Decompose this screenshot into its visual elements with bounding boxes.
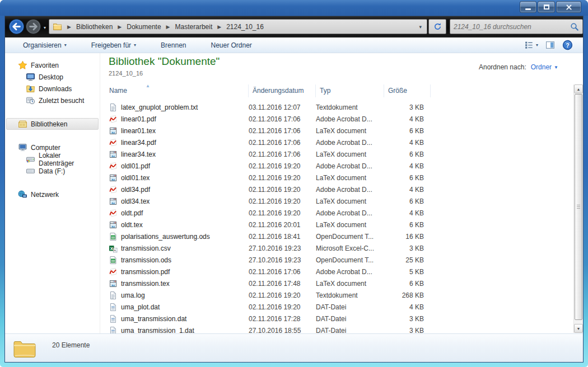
toolbar-item-organisieren[interactable]: Organisieren▾: [18, 39, 71, 51]
toolbar-item-freigeben-f-r[interactable]: Freigeben für▾: [87, 39, 141, 51]
svg-text:X: X: [110, 246, 114, 251]
scrollbar-grip: [577, 205, 580, 210]
column-header-type[interactable]: Typ: [316, 84, 384, 97]
arrange-by: Anordnen nach: Ordner ▼: [479, 63, 558, 71]
sidebar-spacer: [5, 177, 100, 189]
back-button[interactable]: [8, 18, 25, 35]
status-bar: 20 Elemente: [5, 333, 583, 362]
vertical-scrollbar[interactable]: ▲ ▼: [573, 84, 583, 333]
views-icon: [524, 40, 534, 50]
breadcrumb: ▶Bibliotheken▶Dokumente▶Masterarbeit▶212…: [62, 23, 264, 31]
search-input[interactable]: [454, 23, 570, 31]
ods-file-icon: [109, 256, 121, 265]
breadcrumb-item-bibliotheken[interactable]: Bibliotheken: [76, 23, 113, 31]
sidebar-item-bibliotheken[interactable]: Bibliotheken: [6, 118, 99, 130]
file-row[interactable]: linear34.pdf02.11.2016 17:06Adobe Acroba…: [109, 137, 573, 148]
scroll-up-button[interactable]: ▲: [574, 84, 583, 93]
change-view-button[interactable]: ▾: [524, 40, 538, 50]
forward-arrow-icon: [25, 18, 41, 35]
file-size: 25 KB: [384, 256, 431, 264]
arrange-by-dropdown[interactable]: Ordner ▼: [531, 63, 558, 71]
address-bar[interactable]: ▶Bibliotheken▶Dokumente▶Masterarbeit▶212…: [49, 19, 427, 34]
sidebar-item-favoriten[interactable]: Favoriten: [6, 59, 99, 71]
file-date: 02.11.2016 17:06: [249, 150, 316, 158]
toolbar-item-brennen[interactable]: Brennen: [156, 39, 190, 51]
file-size: 6 KB: [384, 280, 431, 288]
file-row[interactable]: uma_transmission_1.dat27.10.2016 18:55DA…: [109, 324, 573, 333]
help-button[interactable]: ?: [562, 40, 573, 50]
breadcrumb-item-dokumente[interactable]: Dokumente: [127, 23, 161, 31]
file-row[interactable]: uma_plot.dat02.11.2016 19:20DAT-Datei4 K…: [109, 301, 573, 313]
dat-file-icon: [109, 326, 121, 334]
file-row[interactable]: linear01.pdf02.11.2016 17:06Adobe Acroba…: [109, 113, 573, 125]
file-row[interactable]: oldl34.pdf02.11.2016 19:20Adobe Acrobat …: [109, 184, 573, 195]
recent-pages-dropdown[interactable]: ▾: [44, 25, 46, 30]
sidebar-item-downloads[interactable]: Downloads: [6, 83, 99, 95]
file-row[interactable]: oldt.tex02.11.2016 20:01LaTeX document6 …: [109, 219, 573, 230]
pdf-file-icon: [109, 115, 121, 124]
file-date: 27.10.2016 19:23: [249, 244, 316, 252]
pdf-file-icon: [109, 267, 121, 276]
tex-file-icon: [109, 150, 121, 159]
network-icon: [18, 190, 27, 199]
maximize-button[interactable]: [538, 1, 555, 13]
file-date: 02.11.2016 19:20: [249, 209, 316, 217]
preview-pane-button[interactable]: [545, 40, 555, 50]
file-type: LaTeX document: [316, 150, 384, 158]
file-name: oldt.tex: [121, 221, 249, 229]
desktop-icon: [26, 72, 35, 82]
scrollbar-thumb[interactable]: [575, 94, 582, 320]
csv-file-icon: Xa,: [109, 244, 121, 253]
file-row[interactable]: uma.log02.11.2016 19:20Textdokument268 K…: [109, 289, 573, 301]
pdf-file-icon: [109, 162, 121, 171]
close-button[interactable]: [556, 1, 581, 13]
title-bar[interactable]: [0, 0, 588, 16]
file-name: transmission.csv: [121, 244, 249, 252]
file-row[interactable]: linear01.tex02.11.2016 17:06LaTeX docume…: [109, 125, 573, 137]
file-name: linear34.tex: [121, 150, 249, 158]
file-row[interactable]: oldl34.tex02.11.2016 19:20LaTeX document…: [109, 195, 573, 207]
breadcrumb-item-2124-10-16[interactable]: 2124_10_16: [226, 23, 264, 31]
scroll-down-button[interactable]: ▼: [574, 324, 583, 333]
sidebar-item-lokaler-datentr-ger[interactable]: Lokaler Datenträger: [6, 153, 99, 165]
file-type: Adobe Acrobat D...: [316, 115, 384, 123]
file-size: 6 KB: [384, 150, 431, 158]
minimize-button[interactable]: [520, 1, 536, 13]
file-size: 4 KB: [384, 186, 431, 194]
breadcrumb-separator-icon: ▶: [118, 24, 122, 30]
column-header-row: ▲ Name Änderungsdatum Typ Größe: [109, 84, 573, 97]
forward-button[interactable]: [25, 18, 41, 35]
column-header-name[interactable]: ▲ Name: [109, 84, 249, 97]
file-row[interactable]: linear34.tex02.11.2016 17:06LaTeX docume…: [109, 148, 573, 160]
file-row[interactable]: transmission.tex02.11.2016 17:48LaTeX do…: [109, 277, 573, 289]
file-row[interactable]: Xa,transmission.csv27.10.2016 19:23Micro…: [109, 242, 573, 254]
breadcrumb-item-masterarbeit[interactable]: Masterarbeit: [175, 23, 213, 31]
sidebar-item-zuletzt-besucht[interactable]: Zuletzt besucht: [6, 95, 99, 106]
sidebar-item-label: Desktop: [39, 73, 63, 81]
file-size: 3 KB: [384, 327, 431, 334]
file-name: linear01.tex: [121, 127, 249, 135]
content-area: Organisieren▾Freigeben für▾BrennenNeuer …: [5, 37, 583, 362]
folder-subtitle: 2124_10_16: [109, 70, 143, 77]
file-row[interactable]: oldl01.tex02.11.2016 19:20LaTeX document…: [109, 172, 573, 184]
sidebar-item-desktop[interactable]: Desktop: [6, 71, 99, 83]
refresh-button[interactable]: [428, 19, 446, 34]
file-row[interactable]: transmission.pdf02.11.2016 17:06Adobe Ac…: [109, 266, 573, 277]
file-row[interactable]: uma_transmission.dat02.11.2016 17:28DAT-…: [109, 313, 573, 324]
file-row[interactable]: oldl01.pdf02.11.2016 19:20Adobe Acrobat …: [109, 160, 573, 172]
toolbar-item-neuer-ordner[interactable]: Neuer Ordner: [206, 39, 256, 51]
address-dropdown-arrow[interactable]: ▾: [417, 24, 423, 30]
file-row[interactable]: polarisations_auswertung.ods02.11.2016 1…: [109, 230, 573, 242]
window-client-area: ▾ ▶Bibliotheken▶Dokumente▶Masterarbeit▶2…: [4, 16, 584, 363]
sidebar-item-netzwerk[interactable]: Netzwerk: [6, 189, 99, 200]
column-header-size[interactable]: Größe: [384, 84, 431, 97]
file-row[interactable]: oldt.pdf02.11.2016 19:20Adobe Acrobat D.…: [109, 207, 573, 219]
file-size: 6 KB: [384, 197, 431, 205]
chevron-down-icon: ▾: [134, 43, 136, 48]
column-header-date[interactable]: Änderungsdatum: [249, 84, 316, 97]
library-title: Bibliothek "Dokumente": [109, 55, 220, 68]
file-row[interactable]: latex_gnuplot_problem.txt03.11.2016 12:0…: [109, 101, 573, 113]
file-type: LaTeX document: [316, 197, 384, 205]
file-row[interactable]: transmission.ods27.10.2016 19:23OpenDocu…: [109, 254, 573, 266]
file-name: latex_gnuplot_problem.txt: [121, 103, 249, 111]
